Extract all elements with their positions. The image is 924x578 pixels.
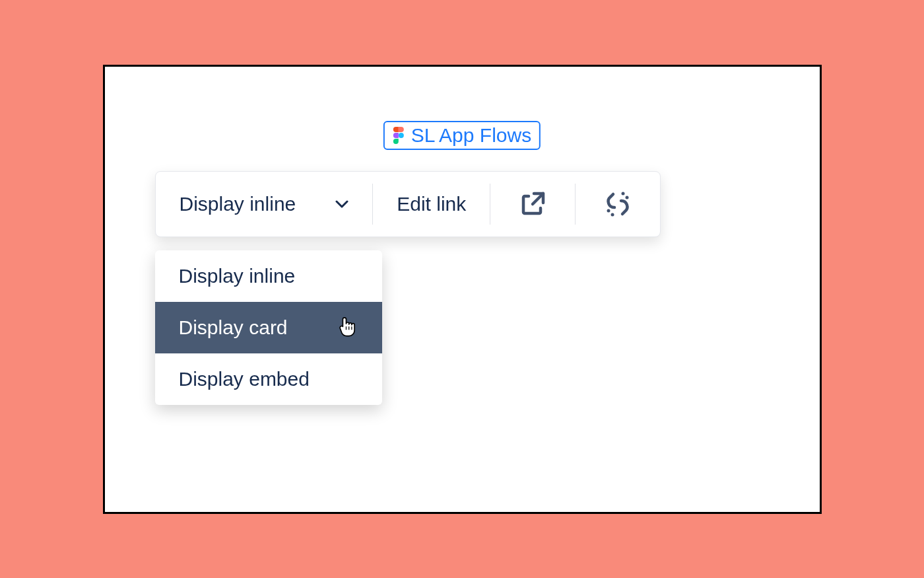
svg-point-3 <box>626 196 629 199</box>
cursor-pointer-icon <box>337 317 358 338</box>
link-chip[interactable]: SL App Flows <box>383 121 541 150</box>
display-mode-dropdown: Display inline Display card Display embe… <box>155 250 382 405</box>
chevron-down-icon <box>335 198 348 211</box>
edit-link-button[interactable]: Edit link <box>373 172 490 236</box>
edit-link-label: Edit link <box>397 193 466 215</box>
link-toolbar: Display inline Edit link <box>155 171 661 237</box>
svg-point-0 <box>399 133 404 138</box>
open-link-button[interactable] <box>490 172 575 236</box>
demo-panel: SL App Flows Display inline Edit link <box>103 65 822 514</box>
svg-point-2 <box>611 213 614 216</box>
dropdown-item-label: Display inline <box>179 265 296 287</box>
display-mode-label: Display inline <box>180 193 296 215</box>
svg-point-1 <box>607 209 610 212</box>
display-mode-select[interactable]: Display inline <box>156 172 373 236</box>
figma-icon <box>393 127 405 144</box>
external-link-icon <box>518 190 547 219</box>
link-chip-label: SL App Flows <box>411 124 531 147</box>
dropdown-item-label: Display card <box>179 316 288 339</box>
dropdown-item-label: Display embed <box>179 368 310 390</box>
dropdown-item-inline[interactable]: Display inline <box>155 250 382 302</box>
unlink-button[interactable] <box>576 172 660 236</box>
dropdown-item-embed[interactable]: Display embed <box>155 353 382 405</box>
unlink-icon <box>603 190 632 219</box>
svg-point-4 <box>622 192 625 195</box>
dropdown-item-card[interactable]: Display card <box>155 302 382 353</box>
